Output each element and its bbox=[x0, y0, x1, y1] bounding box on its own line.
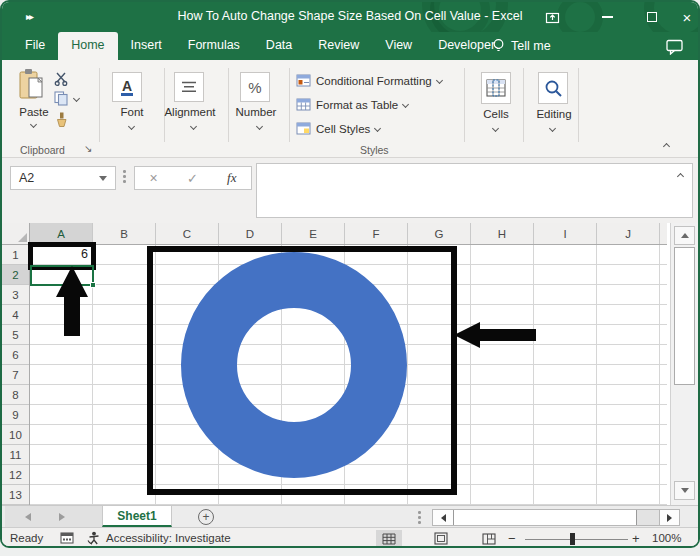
zoom-slider-thumb[interactable] bbox=[570, 533, 575, 545]
clipboard-dialog-launcher[interactable]: ↘ bbox=[84, 143, 92, 154]
cancel-button[interactable]: × bbox=[150, 170, 158, 186]
scroll-down-button[interactable] bbox=[674, 481, 695, 500]
conditional-formatting-label: Conditional Formatting bbox=[316, 75, 432, 87]
minimize-button[interactable] bbox=[590, 2, 624, 32]
page-layout-view-button[interactable] bbox=[428, 530, 454, 547]
menu-tab-formulas[interactable]: Formulas bbox=[175, 32, 253, 60]
font-group-chevron[interactable] bbox=[128, 123, 135, 130]
number-group-chevron[interactable] bbox=[256, 123, 263, 130]
column-header-d[interactable]: D bbox=[219, 223, 282, 244]
column-header-c[interactable]: C bbox=[156, 223, 219, 244]
scroll-right-button[interactable] bbox=[659, 510, 679, 525]
group-divider bbox=[289, 68, 290, 142]
copy-dropdown-chevron[interactable] bbox=[73, 95, 80, 102]
group-divider bbox=[523, 68, 524, 142]
menu-tab-file[interactable]: File bbox=[12, 32, 58, 60]
column-header-b[interactable]: B bbox=[93, 223, 156, 244]
new-sheet-button[interactable]: + bbox=[198, 509, 214, 525]
row-header-4[interactable]: 4 bbox=[2, 305, 29, 325]
normal-view-button[interactable] bbox=[376, 530, 402, 547]
editing-group-chevron[interactable] bbox=[549, 125, 556, 132]
page-break-preview-icon bbox=[482, 533, 496, 545]
row-header-2[interactable]: 2 bbox=[2, 265, 29, 285]
paste-dropdown-chevron[interactable] bbox=[30, 121, 37, 128]
menu-tab-home[interactable]: Home bbox=[58, 32, 117, 60]
font-group-button[interactable]: A bbox=[112, 72, 142, 102]
column-header-a[interactable]: A bbox=[30, 223, 93, 244]
row-header-12[interactable]: 12 bbox=[2, 465, 29, 485]
previous-sheet-button[interactable] bbox=[25, 513, 31, 521]
row-header-9[interactable]: 9 bbox=[2, 405, 29, 425]
column-header-e[interactable]: E bbox=[282, 223, 345, 244]
scroll-left-button[interactable] bbox=[433, 510, 453, 525]
row-header-1[interactable]: 1 bbox=[2, 245, 29, 265]
donut-shape-ring[interactable] bbox=[209, 280, 379, 450]
row-header-3[interactable]: 3 bbox=[2, 285, 29, 305]
accessibility-checker-button[interactable]: Accessibility: Investigate bbox=[86, 531, 231, 545]
cut-button[interactable] bbox=[54, 72, 68, 90]
menu-tab-insert[interactable]: Insert bbox=[118, 32, 175, 60]
sheet-tab-sheet1[interactable]: Sheet1 bbox=[102, 506, 172, 527]
row-header-13[interactable]: 13 bbox=[2, 485, 29, 505]
menu-tab-view[interactable]: View bbox=[372, 32, 425, 60]
alignment-group-button[interactable] bbox=[174, 72, 204, 102]
maximize-button[interactable] bbox=[635, 2, 669, 32]
cell-styles-button[interactable]: Cell Styles bbox=[296, 122, 380, 135]
name-box[interactable]: A2 bbox=[10, 166, 116, 190]
vertical-scrollbar[interactable] bbox=[670, 223, 698, 505]
scroll-up-button[interactable] bbox=[674, 226, 695, 245]
row-header-5[interactable]: 5 bbox=[2, 325, 29, 345]
vertical-scrollbar-thumb[interactable] bbox=[674, 247, 695, 385]
tab-bar-splitter[interactable] bbox=[418, 511, 421, 524]
formula-bar-grip[interactable] bbox=[123, 170, 126, 183]
donut-shape[interactable] bbox=[181, 252, 407, 478]
column-header-g[interactable]: G bbox=[408, 223, 471, 244]
alignment-group-chevron[interactable] bbox=[190, 123, 197, 130]
macro-record-button[interactable] bbox=[60, 532, 74, 546]
status-mode-label: Ready bbox=[10, 532, 43, 544]
ribbon-display-options-button[interactable] bbox=[535, 2, 569, 32]
cells-group-chevron[interactable] bbox=[492, 125, 499, 132]
horizontal-scrollbar[interactable] bbox=[432, 509, 680, 526]
paste-button[interactable] bbox=[16, 68, 48, 106]
row-header-11[interactable]: 11 bbox=[2, 445, 29, 465]
triangle-left-icon bbox=[441, 514, 446, 522]
zoom-level-label[interactable]: 100% bbox=[652, 532, 681, 544]
column-header-i[interactable]: I bbox=[534, 223, 597, 244]
collapse-ribbon-chevron[interactable] bbox=[663, 143, 670, 150]
horizontal-scrollbar-track[interactable] bbox=[637, 510, 659, 525]
horizontal-scrollbar-thumb[interactable] bbox=[453, 510, 637, 525]
cells-group-button[interactable] bbox=[481, 72, 511, 104]
scissors-icon bbox=[54, 72, 68, 86]
close-button[interactable]: × bbox=[670, 2, 698, 32]
insert-function-button[interactable]: fx bbox=[227, 170, 236, 186]
comments-button[interactable] bbox=[666, 39, 684, 59]
enter-button[interactable]: ✓ bbox=[187, 171, 198, 186]
tell-me-button[interactable]: Tell me bbox=[492, 38, 551, 54]
zoom-in-button[interactable]: + bbox=[632, 531, 640, 546]
column-header-h[interactable]: H bbox=[471, 223, 534, 244]
number-group-button[interactable]: % bbox=[240, 72, 270, 102]
page-break-preview-button[interactable] bbox=[476, 530, 502, 547]
chat-bubble-icon bbox=[666, 39, 684, 55]
copy-button[interactable] bbox=[54, 91, 68, 110]
menu-tab-review[interactable]: Review bbox=[305, 32, 372, 60]
name-box-dropdown-icon[interactable] bbox=[99, 176, 107, 181]
column-header-f[interactable]: F bbox=[345, 223, 408, 244]
format-as-table-icon bbox=[296, 98, 311, 111]
format-as-table-button[interactable]: Format as Table bbox=[296, 98, 408, 111]
row-header-10[interactable]: 10 bbox=[2, 425, 29, 445]
row-header-8[interactable]: 8 bbox=[2, 385, 29, 405]
next-sheet-button[interactable] bbox=[59, 513, 65, 521]
zoom-slider-track[interactable] bbox=[525, 539, 628, 540]
row-header-6[interactable]: 6 bbox=[2, 345, 29, 365]
menu-tab-data[interactable]: Data bbox=[253, 32, 305, 60]
editing-group-button[interactable] bbox=[538, 72, 568, 104]
conditional-formatting-button[interactable]: Conditional Formatting bbox=[296, 74, 442, 87]
row-header-7[interactable]: 7 bbox=[2, 365, 29, 385]
column-header-j[interactable]: J bbox=[597, 223, 660, 244]
select-all-corner[interactable] bbox=[2, 223, 30, 245]
format-painter-button[interactable] bbox=[54, 112, 69, 132]
zoom-out-button[interactable]: − bbox=[508, 531, 516, 546]
formula-input[interactable] bbox=[256, 163, 693, 218]
